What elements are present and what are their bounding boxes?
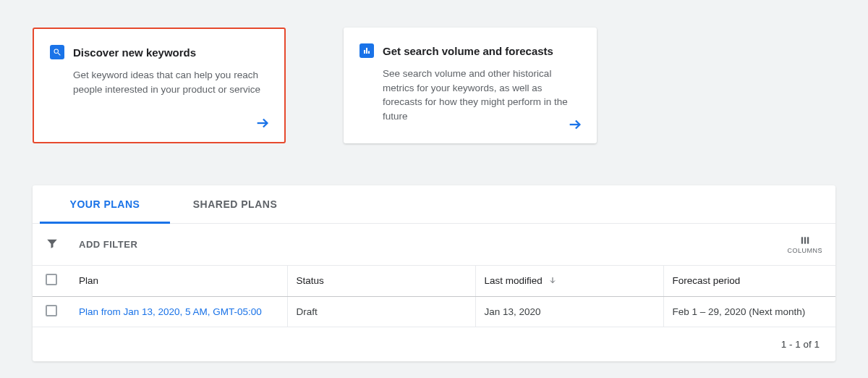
discover-keywords-card[interactable]: Discover new keywords Get keyword ideas …: [33, 28, 286, 143]
header-last-modified-label: Last modified: [485, 275, 542, 286]
header-status[interactable]: Status: [287, 266, 475, 296]
card-description: See search volume and other historical m…: [359, 67, 581, 123]
select-all-checkbox[interactable]: [46, 274, 57, 285]
search-volume-card[interactable]: Get search volume and forecasts See sear…: [344, 28, 597, 143]
search-icon: [50, 45, 64, 59]
card-title: Get search volume and forecasts: [383, 45, 553, 57]
svg-rect-5: [801, 237, 802, 243]
arrow-right-icon[interactable]: [254, 114, 271, 132]
tabs: YOUR PLANS SHARED PLANS: [33, 185, 835, 224]
plan-link[interactable]: Plan from Jan 13, 2020, 5 AM, GMT-05:00: [79, 306, 262, 317]
table-header-row: Plan Status Last modified Forecast perio…: [33, 266, 835, 296]
pagination-text: 1 - 1 of 1: [33, 327, 835, 361]
card-description: Get keyword ideas that can help you reac…: [50, 68, 268, 96]
svg-rect-2: [366, 48, 367, 54]
filter-left: ADD FILTER: [46, 237, 137, 252]
table-row: Plan from Jan 13, 2020, 5 AM, GMT-05:00 …: [33, 296, 835, 327]
row-select-cell: [33, 296, 70, 327]
select-all-cell: [33, 266, 70, 296]
tab-your-plans[interactable]: YOUR PLANS: [40, 185, 170, 224]
plans-panel: YOUR PLANS SHARED PLANS ADD FILTER COLUM…: [33, 185, 835, 361]
svg-rect-7: [807, 237, 809, 243]
svg-rect-3: [368, 51, 370, 54]
header-last-modified[interactable]: Last modified: [475, 266, 663, 296]
last-modified-cell: Jan 13, 2020: [475, 296, 663, 327]
sort-desc-icon: [548, 276, 557, 287]
plans-table: Plan Status Last modified Forecast perio…: [33, 266, 835, 327]
forecast-period-cell: Feb 1 – 29, 2020 (Next month): [663, 296, 835, 327]
svg-rect-6: [804, 237, 806, 243]
tab-shared-plans[interactable]: SHARED PLANS: [170, 185, 300, 223]
row-checkbox[interactable]: [46, 305, 57, 316]
filter-toolbar: ADD FILTER COLUMNS: [33, 224, 835, 266]
add-filter-button[interactable]: ADD FILTER: [79, 239, 137, 250]
columns-label: COLUMNS: [787, 247, 822, 254]
svg-rect-1: [364, 50, 365, 54]
arrow-right-icon[interactable]: [566, 116, 584, 133]
header-plan[interactable]: Plan: [70, 266, 287, 296]
option-cards: Discover new keywords Get keyword ideas …: [0, 0, 868, 143]
bar-chart-icon: [359, 43, 374, 58]
columns-button[interactable]: COLUMNS: [787, 235, 822, 254]
card-header: Discover new keywords: [50, 45, 268, 59]
card-header: Get search volume and forecasts: [359, 43, 581, 58]
card-title: Discover new keywords: [73, 46, 196, 59]
filter-icon[interactable]: [46, 237, 59, 252]
status-cell: Draft: [287, 296, 475, 327]
header-forecast-period[interactable]: Forecast period: [663, 266, 835, 296]
